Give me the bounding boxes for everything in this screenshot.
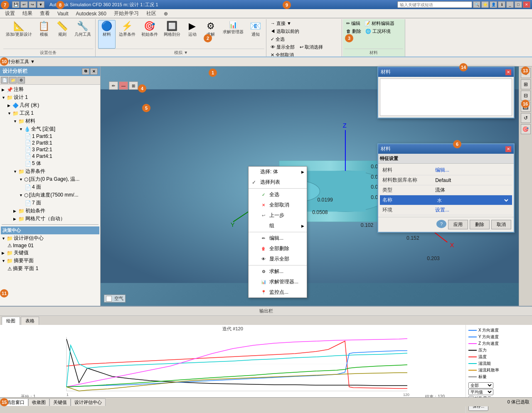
boundary-conditions-btn[interactable]: ⚡ 边界条件 [116,20,138,49]
menu-view[interactable]: 查看 [37,9,53,18]
tree-key-values[interactable]: ▶ 📁 关键值 [1,249,99,257]
ctx-monitor-point[interactable]: 📍 监控点... [249,287,307,297]
menu-results[interactable]: 结果 [19,9,36,18]
menu-learn[interactable]: 开始并学习 [111,9,142,18]
menu-community[interactable]: 社区 [143,9,160,18]
search-btn[interactable]: 🔍 [473,1,480,8]
tree-initial[interactable]: ▶ 📁 初始条件 [12,207,99,215]
search-input[interactable] [397,1,472,8]
ctx-select-all[interactable]: ✓ 全选 [249,189,307,200]
geometry-tools-btn[interactable]: 🔧 几何工具 [72,20,94,49]
tree-boundary[interactable]: ▼ 📁 边界条件 [12,167,99,175]
vp-grid-btn[interactable]: ⊞ [129,81,138,90]
delete-btn[interactable]: 删除 [470,220,490,229]
direct-select-btn[interactable]: → 直接 ▼ [269,20,340,27]
notification-btn[interactable]: 📧 通知 [247,20,264,49]
minimize-btn[interactable]: _ [506,1,514,8]
show-all-btn[interactable]: 👁 显示全部 [269,44,296,51]
avg-select[interactable]: 平均值 [468,389,493,395]
tree-velocity[interactable]: ▼ ⬡ [法向速度(7500 mm/... [18,191,99,199]
deselect-all-btn[interactable]: ✕ 全部取消 [269,52,340,57]
feature-panel-close[interactable]: ✕ [505,146,511,152]
ctx-edit[interactable]: ✏ 编辑... [249,233,307,243]
tree-design1[interactable]: ▼ 📁 设计 1 [1,93,99,101]
ctx-delete-all[interactable]: 🗑 全部删除 [249,243,307,254]
star-btn[interactable]: ⭐ [481,1,489,8]
name-select[interactable]: 水 [435,197,510,204]
sidebar-close-btn[interactable]: ✕ [90,68,98,75]
view-select[interactable]: 全部 [468,382,493,388]
tree-part61[interactable]: 📄 1 Part6:1 [24,133,99,140]
context-menu[interactable]: 选择: 体 选择列表 ✓ 全选 ✕ 全部取消 ↩ 上一步 [248,166,307,298]
tab-table[interactable]: 表格 [21,317,39,325]
close-btn[interactable]: ✕ [523,1,530,8]
tree-pressure[interactable]: ▼ ⬡ [压力(0 Pa Gage), 温... [18,175,99,183]
tree-face4[interactable]: 📄 4 面 [24,183,99,191]
rs-btn-2[interactable]: ⊞ [521,79,531,89]
window-controls[interactable]: 🔍 ⭐ 👤 ℹ _ □ ✕ [397,1,530,8]
tree-part81[interactable]: 📄 2 Part8:1 [24,140,99,146]
sidebar-settings-btn[interactable]: ⚙ [17,77,25,84]
tree-part41[interactable]: 📄 4 Part4:1 [24,153,99,160]
feature-row-name[interactable]: 名称 水 [380,195,512,205]
tab-convergence[interactable]: 收敛图 [28,398,49,406]
tree-materials[interactable]: ▼ 📁 材料 [12,117,99,125]
tree-image01[interactable]: ⚠ Image 01 [7,242,99,249]
tab-messages[interactable]: 消息窗口 [2,398,28,406]
menu-settings[interactable]: 设置 [2,9,18,18]
tree-body5[interactable]: 📄 5 体 [24,160,99,167]
tree-part21[interactable]: 📄 3 Part2:1 [24,146,99,153]
tree-summary-plane[interactable]: ▼ 📁 摘要平面 [1,257,99,265]
quick-access-toolbar[interactable]: 💾 ↩ ↪ ▼ [12,1,44,8]
maximize-btn[interactable]: □ [515,1,522,8]
menu-vault[interactable]: Vault [54,10,71,17]
rs-btn-6[interactable]: 🎯 [521,124,531,134]
menu-plus[interactable]: ⊕ [160,10,171,17]
ctx-solve-manager[interactable]: 📊 求解管理器... [249,277,307,287]
ctx-select-body[interactable]: 选择: 体 [249,167,307,177]
ctx-group[interactable]: 组 [249,221,307,231]
mesh-btn[interactable]: 🔲 网格剖分 [161,20,183,49]
ctx-deselect-all[interactable]: ✕ 全部取消 [249,200,307,210]
ctx-undo[interactable]: ↩ 上一步 [249,210,307,221]
add-update-design-btn[interactable]: 📐 添加/更新设计 [3,20,34,49]
solve-btn[interactable]: ⚙ 求解 [202,20,219,49]
sidebar-folder-btn[interactable]: 📁 [9,77,17,84]
quick-redo-btn[interactable]: ↪ [29,1,36,8]
ctx-solve[interactable]: ⚙ 求解... [249,266,307,277]
solve-manager-btn[interactable]: 📊 求解管理器 [220,20,246,49]
tree-air[interactable]: ▼ 💧 全气 [定值] [18,125,99,133]
tree-mesh[interactable]: ▶ 📁 网格尺寸（自动） [12,215,99,223]
template-btn[interactable]: 📋 模板 [35,20,53,49]
tab-design-eval[interactable]: 设计评估中心 [71,398,106,406]
cancel-btn[interactable]: 取消 [491,220,511,229]
tree-design-eval[interactable]: ▼ 📁 设计评估中心 [1,234,99,242]
panel-header-btns[interactable]: ✕ [505,69,511,75]
feature-val-env[interactable]: 设置... [433,205,512,215]
edit-material-btn[interactable]: ✏ 编辑 [345,20,362,27]
tab-key-values[interactable]: 关键值 [49,398,71,406]
motion-btn[interactable]: ▶ 运动 [184,20,201,49]
deselect-btn[interactable]: ↩ 取消选择 [298,44,325,51]
viewport-toolbar[interactable]: ✏ — ⊞ [109,81,138,90]
menu-autodesk360[interactable]: Autodesk 360 [72,10,109,17]
quick-save-btn[interactable]: 💾 [12,1,20,8]
rs-btn-4[interactable]: 🔲 [521,102,531,112]
materials-btn[interactable]: 🔵 材料 [98,20,116,49]
ctx-select-list[interactable]: 选择列表 [249,177,307,187]
tree-geometry[interactable]: ▶ 🔷 几何 (米) [7,101,99,109]
tree-summary-plane1[interactable]: ⚠ 摘要 平面 1 [7,265,99,273]
tree-case1[interactable]: ▼ 📁 工况 1 [7,109,99,117]
sidebar-new-btn[interactable]: 📄 [1,77,8,84]
rs-btn-3[interactable]: ⊟ [521,91,531,101]
work-env-btn[interactable]: 🌐 工况环境 [364,28,392,35]
quick-menu-btn[interactable]: ▼ [37,1,44,8]
vp-edit-btn[interactable]: ✏ [109,81,118,90]
initial-conditions-btn[interactable]: 🎯 初始条件 [139,20,160,49]
help-btn[interactable]: ? [436,220,446,228]
feature-panel-btns[interactable]: ✕ [505,146,511,152]
rules-btn[interactable]: 📏 规则 [54,20,71,49]
feature-val-name[interactable]: 水 [433,195,512,205]
quick-undo-btn[interactable]: ↩ [20,1,28,8]
sidebar-float-btn[interactable]: ⧉ [82,68,89,75]
